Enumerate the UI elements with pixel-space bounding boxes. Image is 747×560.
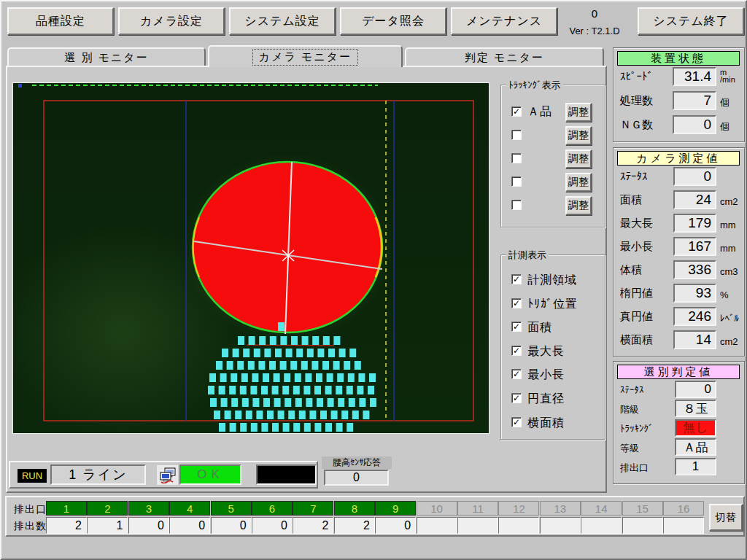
toolbar-button-4[interactable]: データ照会 <box>340 7 446 35</box>
judgment-row-label: ﾄﾗｯｷﾝｸﾞ <box>620 423 654 434</box>
line-name: 1 ライン <box>50 464 146 485</box>
port-count-4: 0 <box>169 517 210 534</box>
measure-checkbox-2[interactable]: ✓ <box>511 298 522 308</box>
tracking-checkbox-4[interactable] <box>511 176 522 187</box>
camera-row-value: 179 <box>673 214 716 233</box>
adjust-button-4[interactable]: 調整 <box>565 173 592 192</box>
group-title: 計測表示 <box>506 249 549 262</box>
tab-3[interactable]: 判定 モニター <box>405 47 604 66</box>
tracking-checkbox-5[interactable] <box>511 200 522 210</box>
adjust-button-3[interactable]: 調整 <box>565 149 592 168</box>
toolbar-button-2[interactable]: カメラ設定 <box>118 7 225 35</box>
measure-checkbox-7[interactable]: ✓ <box>511 417 522 427</box>
measure-checkbox-label: 計測領域 <box>527 273 577 288</box>
camera-row-unit: % <box>720 289 729 300</box>
port-count-3: 0 <box>128 517 169 534</box>
port-count-2: 1 <box>87 517 128 534</box>
device-row-label: 処理数 <box>620 94 653 108</box>
tab-2[interactable]: カメラ モニター <box>208 45 403 67</box>
adjust-button-2[interactable]: 調整 <box>565 126 592 145</box>
camera-row-label: 体積 <box>620 263 642 277</box>
camera-row-label: 楕円値 <box>620 287 653 300</box>
tracking-checkbox-label: Ａ品 <box>527 104 552 120</box>
camera-row-unit: cm3 <box>720 266 738 277</box>
judgment-row-value: 1 <box>675 458 716 475</box>
judgment-row-label: 排出口 <box>620 462 649 475</box>
device-row-label: ｽﾋﾟｰﾄﾞ <box>620 70 653 82</box>
port-count-9: 0 <box>375 517 416 534</box>
detected-object <box>193 162 382 332</box>
status-bar: RUN 1 ライン OK <box>9 461 318 489</box>
tracking-display-group: ﾄﾗｯｷﾝｸﾞ表示 ✓Ａ品調整調整調整調整調整 <box>500 85 605 228</box>
port-count-5: 0 <box>211 517 252 534</box>
camera-row-value: 167 <box>673 237 716 256</box>
camera-row-label: 最小長 <box>620 240 653 254</box>
toolbar-button-3[interactable]: システム設定 <box>229 7 336 35</box>
measurement-display-group: 計測表示 ✓計測領域✓ﾄﾘｶﾞ位置✓面積✓最大長✓最小長✓円直径✓横面積 <box>500 254 605 440</box>
port-row-label: 排出口 <box>14 503 47 516</box>
measure-checkbox-1[interactable]: ✓ <box>511 274 522 284</box>
measure-checkbox-label: 最小長 <box>527 368 565 383</box>
camera-row-label: 真円値 <box>620 310 653 324</box>
tracking-checkbox-1[interactable]: ✓ <box>511 106 522 117</box>
camera-row-unit: cm2 <box>720 196 738 207</box>
measure-checkbox-6[interactable]: ✓ <box>511 393 522 403</box>
judgment-row-label: ｽﾃｰﾀｽ <box>620 384 644 395</box>
port-number-12: 12 <box>498 501 539 516</box>
toolbar-button-1[interactable]: 品種設定 <box>7 7 114 35</box>
measure-checkbox-label: 横面積 <box>527 416 565 431</box>
base-line <box>247 345 334 346</box>
camera-row-value: 246 <box>673 307 716 326</box>
camera-row-unit: mm <box>720 219 736 230</box>
device-row-value: 31.4 <box>673 67 716 86</box>
tab-label: 判定 モニター <box>465 51 544 65</box>
adjust-button-5[interactable]: 調整 <box>565 196 592 215</box>
discharge-table: 排出口 排出数 12213040506072829010111213141516… <box>5 496 745 537</box>
port-number-8: 8 <box>334 501 375 516</box>
device-row-label: ＮＧ数 <box>620 118 653 132</box>
adjust-button-1[interactable]: 調整 <box>565 103 592 122</box>
switch-button[interactable]: 切替 <box>709 504 743 531</box>
run-indicator: RUN <box>18 469 47 483</box>
camera-row-value: 93 <box>673 284 716 303</box>
camera-row-label: 面積 <box>620 193 642 207</box>
measure-checkbox-label: ﾄﾘｶﾞ位置 <box>527 297 578 312</box>
port-count-11 <box>457 517 498 534</box>
port-number-9: 9 <box>375 501 416 516</box>
camera-row-value: 0 <box>673 167 716 186</box>
measure-checkbox-5[interactable]: ✓ <box>511 369 522 379</box>
port-number-10: 10 <box>417 501 457 516</box>
port-count-15 <box>622 517 663 534</box>
tab-1[interactable]: 選 別 モニター <box>7 47 206 66</box>
tab-label: 選 別 モニター <box>64 51 148 65</box>
network-icon <box>157 465 178 485</box>
port-number-15: 15 <box>622 501 663 516</box>
port-count-16 <box>663 517 704 534</box>
measure-checkbox-4[interactable]: ✓ <box>511 346 522 356</box>
camera-row-label: 最大長 <box>620 217 653 230</box>
device-row-value: 0 <box>673 115 716 134</box>
port-number-5: 5 <box>211 501 252 516</box>
measure-checkbox-3[interactable]: ✓ <box>511 322 522 332</box>
port-number-3: 3 <box>128 501 169 516</box>
measure-checkbox-label: 円直径 <box>527 392 565 407</box>
measure-checkbox-label: 最大長 <box>527 344 565 359</box>
tracking-checkbox-3[interactable] <box>511 153 522 163</box>
device-row-unit: m/min <box>720 69 735 83</box>
blank-indicator <box>256 464 317 485</box>
measure-checkbox-label: 面積 <box>527 320 552 335</box>
judgment-row-label: 階級 <box>620 403 639 416</box>
version-label: Ver : T2.1.D <box>562 26 627 36</box>
camera-row-label: 横面積 <box>620 333 653 347</box>
port-number-7: 7 <box>293 501 333 516</box>
port-number-6: 6 <box>252 501 293 516</box>
toolbar-button-5[interactable]: メンテナンス <box>451 7 557 35</box>
panel-title: 装置状態 <box>617 51 740 66</box>
panel-title: 選別判定値 <box>617 365 740 379</box>
tracking-checkbox-2[interactable] <box>511 130 522 140</box>
port-number-14: 14 <box>581 501 622 516</box>
port-number-2: 2 <box>87 501 128 516</box>
camera-values-panel: カメラ測定値 ｽﾃｰﾀｽ0面積24cm2最大長179mm最小長167mm体積33… <box>613 147 745 357</box>
system-exit-button[interactable]: システム終了 <box>638 7 744 35</box>
judgment-row-label: 等級 <box>620 442 639 455</box>
